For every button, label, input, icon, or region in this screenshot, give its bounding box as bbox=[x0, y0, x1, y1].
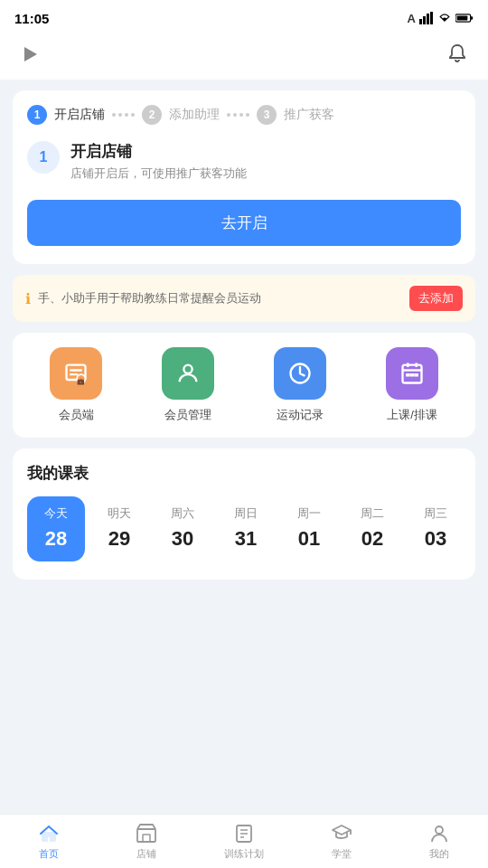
workout-record-icon bbox=[274, 347, 326, 400]
svg-rect-18 bbox=[406, 373, 410, 377]
store-nav-label: 店铺 bbox=[136, 847, 156, 861]
step-card: 1 开启店铺 2 添加助理 3 推广获客 1 开启店铺 店铺开启后，可使用推广获… bbox=[13, 90, 475, 264]
step-dots-1 bbox=[112, 113, 135, 117]
schedule-title: 我的课表 bbox=[27, 463, 461, 484]
open-store-button[interactable]: 去开启 bbox=[27, 200, 461, 246]
mine-nav-label: 我的 bbox=[429, 847, 449, 861]
step-1-label: 开启店铺 bbox=[54, 107, 105, 123]
step-text: 开启店铺 店铺开启后，可使用推广获客功能 bbox=[70, 141, 247, 182]
day-number: 02 bbox=[361, 527, 383, 551]
school-nav-icon bbox=[331, 823, 352, 844]
schedule-day-01[interactable]: 周一 01 bbox=[280, 496, 338, 561]
banner-text: 手、小助手用于帮助教练日常提醒会员运动 bbox=[38, 290, 402, 307]
svg-rect-8 bbox=[70, 369, 82, 371]
schedule-day-28[interactable]: 今天 28 bbox=[27, 496, 85, 561]
plan-nav-icon bbox=[233, 823, 255, 844]
day-name: 周六 bbox=[171, 505, 194, 522]
schedule-day-03[interactable]: 周三 03 bbox=[407, 496, 461, 561]
step-2-label: 添加助理 bbox=[169, 107, 220, 123]
nav-item-plan[interactable]: 训练计划 bbox=[195, 819, 293, 864]
nav-item-store[interactable]: 店铺 bbox=[98, 819, 195, 864]
status-bar: 11:05 A bbox=[0, 0, 488, 33]
play-icon bbox=[24, 47, 37, 61]
member-mgmt-icon bbox=[162, 347, 214, 400]
step-1-badge: 1 bbox=[27, 105, 47, 125]
svg-rect-9 bbox=[70, 373, 78, 375]
svg-rect-0 bbox=[419, 19, 422, 24]
play-button[interactable] bbox=[18, 42, 43, 67]
svg-rect-2 bbox=[427, 14, 429, 24]
schedule-day-29[interactable]: 明天 29 bbox=[90, 496, 148, 561]
day-name: 周日 bbox=[234, 505, 258, 522]
store-nav-icon bbox=[136, 823, 157, 844]
schedule-day-02[interactable]: 周二 02 bbox=[343, 496, 401, 561]
day-name: 明天 bbox=[108, 505, 131, 522]
banner: ℹ 手、小助手用于帮助教练日常提醒会员运动 去添加 bbox=[13, 275, 475, 322]
svg-rect-22 bbox=[143, 835, 150, 842]
nav-item-home[interactable]: 首页 bbox=[0, 819, 98, 864]
day-number: 29 bbox=[108, 527, 130, 551]
quick-item-member-mgmt[interactable]: 会员管理 bbox=[162, 347, 214, 423]
schedule-days: 今天 28 明天 29 周六 30 周日 31 周一 01 周二 02 周三 0… bbox=[27, 496, 461, 561]
banner-add-button[interactable]: 去添加 bbox=[409, 286, 463, 311]
step-description: 店铺开启后，可使用推广获客功能 bbox=[70, 165, 247, 182]
member-client-label: 会员端 bbox=[59, 407, 94, 423]
svg-rect-3 bbox=[430, 12, 433, 24]
quick-item-schedule[interactable]: 上课/排课 bbox=[386, 347, 438, 423]
svg-point-12 bbox=[183, 365, 192, 373]
quick-access-grid: 💼 会员端 会员管理 运动记录 bbox=[13, 333, 475, 438]
step-title: 开启店铺 bbox=[70, 141, 247, 162]
home-nav-icon bbox=[38, 823, 60, 844]
quick-item-workout-record[interactable]: 运动记录 bbox=[274, 347, 326, 423]
svg-rect-20 bbox=[414, 373, 418, 377]
header bbox=[0, 33, 488, 80]
schedule-section: 我的课表 今天 28 明天 29 周六 30 周日 31 周一 01 周二 02… bbox=[13, 448, 475, 580]
main-content: 1 开启店铺 2 添加助理 3 推广获客 1 开启店铺 店铺开启后，可使用推广获… bbox=[0, 80, 488, 814]
wifi-icon bbox=[437, 12, 452, 24]
day-number: 03 bbox=[425, 527, 446, 551]
step-current-number: 1 bbox=[27, 141, 60, 174]
day-number: 01 bbox=[298, 527, 320, 551]
member-client-icon: 💼 bbox=[50, 347, 102, 400]
day-name: 今天 bbox=[44, 505, 68, 522]
bell-icon bbox=[446, 43, 468, 65]
bottom-nav: 首页 店铺 训练计划 学堂 我的 bbox=[0, 814, 488, 868]
banner-info-icon: ℹ bbox=[25, 290, 31, 307]
school-nav-label: 学堂 bbox=[332, 847, 352, 861]
status-icons: A bbox=[408, 12, 474, 25]
step-2-badge: 2 bbox=[142, 105, 162, 125]
signal-icon bbox=[419, 12, 434, 24]
day-name: 周二 bbox=[361, 505, 384, 522]
workout-record-label: 运动记录 bbox=[277, 407, 324, 423]
svg-rect-5 bbox=[471, 16, 474, 19]
schedule-day-30[interactable]: 周六 30 bbox=[154, 496, 211, 561]
svg-rect-21 bbox=[137, 829, 155, 842]
step-3-label: 推广获客 bbox=[284, 107, 334, 123]
status-time: 11:05 bbox=[14, 11, 49, 26]
nav-item-mine[interactable]: 我的 bbox=[390, 819, 488, 864]
bell-button[interactable] bbox=[445, 42, 470, 67]
day-number: 28 bbox=[45, 527, 67, 551]
schedule-icon bbox=[386, 347, 438, 400]
day-number: 30 bbox=[172, 527, 193, 551]
day-name: 周一 bbox=[297, 505, 321, 522]
quick-item-member-client[interactable]: 💼 会员端 bbox=[50, 347, 102, 423]
svg-rect-19 bbox=[410, 373, 415, 377]
svg-rect-1 bbox=[423, 16, 426, 24]
member-mgmt-label: 会员管理 bbox=[164, 407, 211, 423]
mine-nav-icon bbox=[428, 823, 450, 844]
schedule-day-31[interactable]: 周日 31 bbox=[217, 496, 275, 561]
home-nav-label: 首页 bbox=[39, 847, 59, 861]
day-name: 周三 bbox=[424, 505, 447, 522]
step-content: 1 开启店铺 店铺开启后，可使用推广获客功能 bbox=[27, 141, 461, 182]
battery-icon bbox=[455, 13, 474, 24]
step-3-badge: 3 bbox=[257, 105, 277, 125]
svg-rect-6 bbox=[457, 16, 468, 21]
svg-text:💼: 💼 bbox=[77, 377, 85, 385]
nav-item-school[interactable]: 学堂 bbox=[293, 819, 390, 864]
plan-nav-label: 训练计划 bbox=[224, 847, 264, 861]
svg-point-28 bbox=[436, 826, 443, 834]
day-number: 31 bbox=[235, 527, 257, 551]
schedule-label: 上课/排课 bbox=[387, 407, 437, 423]
step-dots-2 bbox=[227, 113, 249, 117]
